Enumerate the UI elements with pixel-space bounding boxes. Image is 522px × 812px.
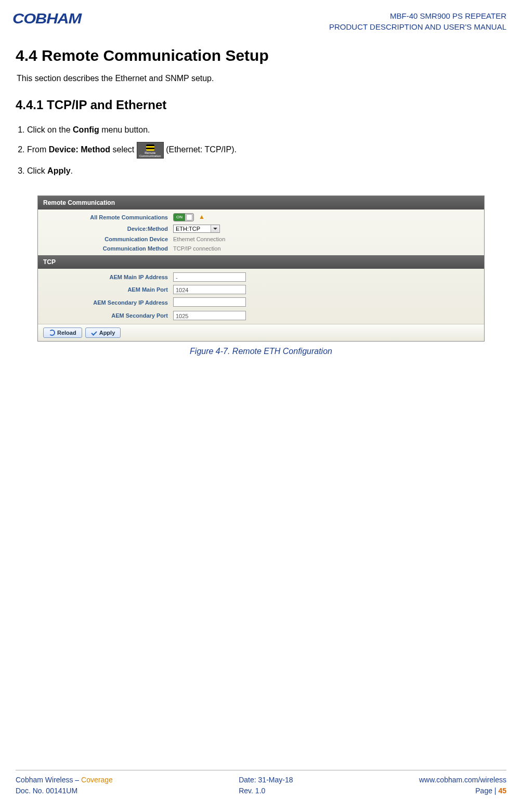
remote-communication-icon: Remote Communication bbox=[137, 142, 164, 159]
toggle-all-remote-communications[interactable]: ON bbox=[173, 213, 194, 221]
label-all-remote-communications: All Remote Communications bbox=[38, 214, 173, 220]
footer-page-number: 45 bbox=[498, 787, 506, 795]
chevron-down-icon bbox=[211, 225, 219, 232]
label-communication-method: Communication Method bbox=[38, 245, 173, 252]
reload-icon bbox=[49, 330, 55, 336]
label-aem-main-ip: AEM Main IP Address bbox=[38, 274, 173, 280]
label-device-method: Device:Method bbox=[38, 226, 173, 232]
panel-title-tcp: TCP bbox=[38, 255, 484, 269]
step-3: Click Apply. bbox=[27, 164, 506, 178]
footer-doc-no: Doc. No. 00141UM bbox=[16, 785, 113, 796]
footer-date: Date: 31-May-18 bbox=[239, 775, 293, 785]
input-aem-main-ip[interactable]: - bbox=[173, 272, 246, 282]
label-aem-main-port: AEM Main Port bbox=[38, 286, 173, 293]
reload-button[interactable]: Reload bbox=[43, 328, 82, 338]
value-communication-method: TCP/IP connection bbox=[173, 245, 221, 252]
logo: COBHAM bbox=[12, 10, 81, 27]
step-1: Click on the Config menu button. bbox=[27, 123, 506, 137]
input-aem-main-port[interactable]: 1024 bbox=[173, 285, 246, 294]
header-line-2: PRODUCT DESCRIPTION AND USER'S MANUAL bbox=[329, 21, 506, 32]
figure-caption: Figure 4-7. Remote ETH Configuration bbox=[16, 347, 506, 356]
footer-coverage: Coverage bbox=[81, 776, 113, 784]
apply-button[interactable]: Apply bbox=[85, 328, 121, 338]
value-communication-device: Ethernet Connection bbox=[173, 236, 225, 242]
section-intro: This section describes the Ethernet and … bbox=[17, 74, 506, 83]
footer-url: www.cobham.com/wireless bbox=[419, 775, 506, 785]
step-2: From Device: Method select Remote Commun… bbox=[27, 142, 506, 159]
check-icon bbox=[91, 330, 97, 336]
label-communication-device: Communication Device bbox=[38, 236, 173, 242]
footer-rev: Rev. 1.0 bbox=[239, 785, 293, 796]
label-aem-secondary-port: AEM Secondary Port bbox=[38, 312, 173, 319]
footer-page-label: Page | bbox=[475, 787, 498, 795]
label-aem-secondary-ip: AEM Secondary IP Address bbox=[38, 299, 173, 306]
input-aem-secondary-port[interactable]: 1025 bbox=[173, 311, 246, 320]
subsection-heading: 4.4.1 TCP/IP and Ethernet bbox=[16, 98, 506, 112]
panel-title-remote-communication: Remote Communication bbox=[38, 196, 484, 209]
header-line-1: MBF-40 SMR900 PS REPEATER bbox=[329, 10, 506, 21]
config-screenshot: Remote Communication All Remote Communic… bbox=[37, 195, 485, 342]
select-device-method[interactable]: ETH:TCP bbox=[173, 225, 220, 233]
footer-brand: Cobham Wireless bbox=[16, 776, 73, 784]
warning-icon: ▲ bbox=[199, 213, 205, 220]
input-aem-secondary-ip[interactable] bbox=[173, 297, 246, 307]
section-heading: 4.4 Remote Communication Setup bbox=[16, 47, 506, 64]
